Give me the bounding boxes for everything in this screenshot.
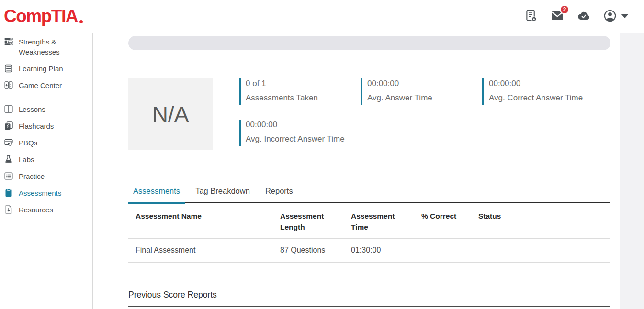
learning-plan-icon bbox=[4, 64, 13, 73]
tab-reports[interactable]: Reports bbox=[260, 187, 298, 202]
assessments-tab-bar: Assessments Tag Breakdown Reports bbox=[128, 187, 610, 203]
sidebar-item-assessments[interactable]: Assessments bbox=[0, 185, 92, 201]
sidebar-item-label: Game Center bbox=[19, 80, 62, 90]
stat-value: 00:00:00 bbox=[367, 79, 432, 88]
right-gutter bbox=[620, 33, 644, 309]
sidebar-item-game-center[interactable]: Game Center bbox=[0, 77, 92, 94]
flashcards-icon bbox=[4, 121, 13, 131]
header-icon-group: 2 bbox=[524, 9, 629, 22]
messages-count-badge: 2 bbox=[560, 5, 569, 14]
sidebar-item-label: Lessons bbox=[19, 104, 45, 114]
sidebar-item-label: Learning Plan bbox=[19, 64, 63, 74]
cell-status bbox=[471, 239, 610, 263]
registered-mark-dot bbox=[79, 20, 83, 23]
sidebar-item-resources[interactable]: Resources bbox=[0, 201, 92, 218]
previous-score-reports-title: Previous Score Reports bbox=[128, 290, 610, 300]
column-status: Status bbox=[471, 203, 610, 239]
sidebar-item-practice[interactable]: Practice bbox=[0, 168, 92, 185]
column-assessment-name: Assessment Name bbox=[128, 203, 273, 239]
messages-icon[interactable]: 2 bbox=[551, 9, 564, 22]
progress-bar bbox=[128, 36, 610, 50]
sidebar-item-label: Practice bbox=[19, 171, 45, 181]
sidebar-item-label: Assessments bbox=[19, 188, 61, 198]
sidebar-divider bbox=[0, 97, 92, 98]
sync-cloud-icon[interactable] bbox=[577, 9, 590, 22]
cell-assessment-length: 87 Questions bbox=[273, 239, 344, 263]
score-box: N/A bbox=[128, 78, 213, 150]
summary-stats: N/A 0 of 1 Assessments Taken 00:00:00 Av… bbox=[128, 78, 610, 150]
assessments-icon bbox=[4, 188, 13, 198]
lessons-icon bbox=[4, 104, 13, 114]
sidebar-item-label: Flashcards bbox=[19, 121, 54, 131]
stat-avg-answer-time: 00:00:00 Avg. Answer Time bbox=[361, 78, 432, 105]
sidebar-item-label: Resources bbox=[19, 205, 53, 215]
stat-label: Avg. Incorrect Answer Time bbox=[246, 134, 345, 144]
column-assessment-length: Assessment Length bbox=[273, 203, 344, 239]
table-row[interactable]: Final Assessment 87 Questions 01:30:00 bbox=[128, 239, 610, 263]
sidebar: Strengths & Weaknesses Learning Plan bbox=[0, 33, 93, 309]
sidebar-item-lessons[interactable]: Lessons bbox=[0, 101, 92, 118]
stat-label: Avg. Correct Answer Time bbox=[489, 93, 583, 103]
section-divider bbox=[128, 306, 610, 307]
comptia-logo-text: CompTIA bbox=[4, 6, 78, 26]
table-header-row: Assessment Name Assessment Length Assess… bbox=[128, 203, 610, 239]
cell-assessment-time: 01:30:00 bbox=[344, 239, 414, 263]
sidebar-item-learning-plan[interactable]: Learning Plan bbox=[0, 60, 92, 77]
cell-assessment-name: Final Assessment bbox=[128, 239, 273, 263]
column-percent-correct: % Correct bbox=[414, 203, 471, 239]
sidebar-item-labs[interactable]: Labs bbox=[0, 151, 92, 168]
main-content: N/A 0 of 1 Assessments Taken 00:00:00 Av… bbox=[128, 33, 610, 309]
pbqs-icon bbox=[4, 138, 13, 147]
stat-value: 0 of 1 bbox=[246, 79, 318, 88]
sidebar-item-pbqs[interactable]: PBQs bbox=[0, 134, 92, 151]
sidebar-item-label: Labs bbox=[19, 154, 34, 165]
account-menu-button[interactable] bbox=[603, 9, 629, 22]
stat-value: 00:00:00 bbox=[246, 120, 345, 130]
score-value: N/A bbox=[152, 101, 189, 127]
avatar-icon bbox=[603, 9, 617, 22]
tab-assessments[interactable]: Assessments bbox=[128, 187, 185, 204]
app-window: CompTIA 2 bbox=[0, 0, 644, 309]
chevron-down-icon bbox=[621, 14, 629, 18]
stat-assessments-taken: 0 of 1 Assessments Taken bbox=[239, 78, 318, 105]
stat-label: Assessments Taken bbox=[246, 93, 318, 103]
labs-icon bbox=[4, 154, 13, 164]
stat-value: 00:00:00 bbox=[489, 79, 583, 88]
game-center-icon bbox=[4, 80, 13, 90]
comptia-logo: CompTIA bbox=[4, 7, 83, 25]
sidebar-item-flashcards[interactable]: Flashcards bbox=[0, 118, 92, 134]
score-report-icon[interactable] bbox=[524, 9, 538, 22]
sidebar-item-label: Strengths & Weaknesses bbox=[19, 37, 88, 57]
previous-score-reports-section: Previous Score Reports bbox=[128, 290, 610, 307]
tab-tag-breakdown[interactable]: Tag Breakdown bbox=[191, 187, 255, 202]
sidebar-item-strengths-weaknesses[interactable]: Strengths & Weaknesses bbox=[0, 33, 92, 60]
assessments-table: Assessment Name Assessment Length Assess… bbox=[128, 203, 610, 263]
stat-avg-incorrect-answer-time: 00:00:00 Avg. Incorrect Answer Time bbox=[239, 120, 345, 146]
practice-icon bbox=[4, 171, 13, 181]
stat-avg-correct-answer-time: 00:00:00 Avg. Correct Answer Time bbox=[482, 78, 583, 105]
resources-icon bbox=[4, 205, 13, 214]
top-header: CompTIA 2 bbox=[0, 0, 644, 32]
cell-percent-correct bbox=[414, 239, 471, 263]
strengths-weaknesses-icon bbox=[4, 37, 13, 46]
stat-label: Avg. Answer Time bbox=[367, 93, 432, 103]
column-assessment-time: Assessment Time bbox=[344, 203, 414, 239]
sidebar-item-label: PBQs bbox=[19, 138, 37, 148]
